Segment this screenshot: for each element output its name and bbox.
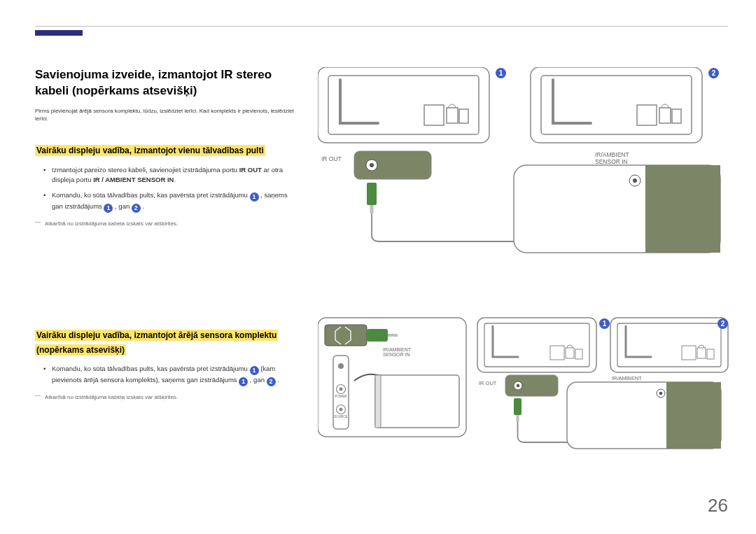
svg-rect-8 (659, 108, 671, 123)
section2-note: Atkarībā no izstrādājuma kabeļa izskats … (35, 392, 294, 400)
svg-rect-4 (459, 109, 468, 123)
svg-point-30 (340, 408, 343, 412)
svg-rect-52 (666, 382, 721, 449)
badge-1-icon: 1 (250, 192, 259, 202)
svg-rect-13 (367, 183, 377, 205)
svg-point-26 (338, 363, 344, 369)
svg-rect-9 (672, 109, 681, 123)
section1-note: Atkarībā no izstrādājuma kabeļa izskats … (35, 218, 294, 227)
svg-rect-48 (682, 346, 696, 360)
badge-1-icon: 1 (104, 204, 113, 213)
diagram-badge-1: 1 (496, 68, 506, 78)
svg-rect-33 (375, 375, 381, 428)
svg-point-12 (370, 163, 374, 167)
header-rule (35, 26, 728, 27)
accent-bar (35, 30, 83, 36)
svg-rect-3 (447, 108, 458, 123)
svg-rect-24 (388, 334, 398, 337)
label-ir-out: IR OUT (321, 155, 342, 161)
badge-2-icon: 2 (132, 204, 141, 213)
svg-point-20 (633, 178, 637, 183)
svg-rect-2 (424, 105, 444, 125)
svg-rect-37 (566, 348, 574, 358)
svg-rect-23 (367, 329, 388, 342)
svg-point-28 (340, 388, 343, 391)
diagram-area: 1 2 IR OUT IR/AMBIE (318, 67, 731, 487)
svg-rect-35 (484, 323, 589, 367)
section2-bullet-1: Komandu, ko sūta tālvadības pults, kas p… (35, 364, 294, 386)
svg-rect-50 (707, 349, 714, 359)
badge-1-icon: 1 (250, 366, 259, 375)
svg-rect-18 (645, 165, 720, 253)
svg-rect-6 (541, 76, 692, 134)
page-heading: Savienojuma izveide, izmantojot IR stere… (35, 67, 294, 99)
label-ir-out-2: IR OUT (479, 380, 496, 385)
svg-rect-32 (375, 375, 459, 428)
label-ir-ambient-sensor-in: IR/AMBIENTSENSOR IN (383, 347, 446, 357)
section-2: Vairāku displeju vadība, izmantojot ārēj… (35, 328, 294, 400)
svg-rect-36 (550, 346, 564, 360)
svg-point-54 (659, 392, 663, 395)
svg-point-41 (517, 384, 520, 388)
svg-rect-7 (637, 105, 657, 125)
label-ir-ambient: IR/AMBIENTSENSOR IN (595, 151, 651, 165)
label-power: POWER (332, 395, 349, 398)
diagram-badge-1: 1 (599, 318, 610, 329)
badge-2-icon: 2 (267, 377, 276, 386)
badge-1-icon: 1 (239, 377, 248, 386)
label-source: SOURCE (332, 415, 349, 419)
intro-text: Pirms pievienojat ārējā sensora komplekt… (35, 108, 294, 123)
section-1: Vairāku displeju vadība, izmantojot vien… (35, 143, 294, 227)
diagram-badge-2: 2 (718, 318, 728, 329)
svg-rect-42 (514, 398, 522, 415)
diagram-badge-2: 2 (708, 68, 719, 78)
section1-title: Vairāku displeju vadība, izmantojot vien… (35, 145, 265, 156)
page-number: 26 (708, 495, 728, 517)
diagrams-svg: 1 2 IR OUT IR/AMBIE (318, 67, 731, 487)
left-column: Savienojuma izveide, izmantojot IR stere… (35, 67, 294, 400)
svg-rect-47 (617, 323, 721, 367)
svg-rect-43 (517, 415, 519, 422)
svg-rect-49 (697, 348, 706, 358)
section2-title: Vairāku displeju vadība, izmantojot ārēj… (35, 330, 278, 355)
section1-bullet-2: Komandu, ko sūta tālvadības pults, kas p… (35, 190, 294, 213)
svg-rect-1 (328, 76, 479, 134)
svg-rect-38 (575, 349, 582, 359)
svg-rect-14 (370, 205, 374, 213)
section1-bullet-1: Izmantojot pareizo stereo kabeli, savien… (35, 165, 294, 185)
svg-rect-39 (505, 375, 558, 396)
